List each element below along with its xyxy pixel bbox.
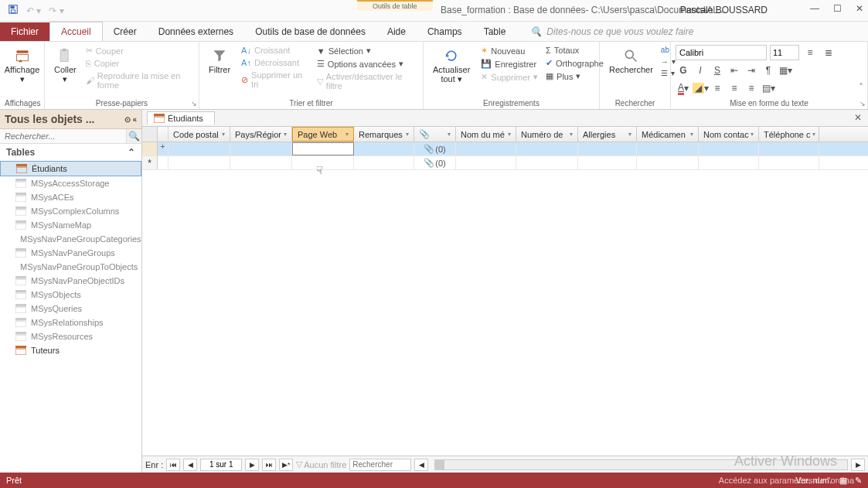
col-header-6[interactable]: Numéro de▾ [516, 127, 578, 142]
record-position[interactable] [200, 459, 242, 471]
col-header-10[interactable]: Téléphone c▾ [759, 127, 819, 142]
refresh-all-button[interactable]: Actualiser tout ▾ [428, 45, 475, 87]
cell-r1-c1[interactable] [230, 142, 292, 155]
align-left-icon[interactable]: ≡ [710, 80, 725, 96]
fill-color-button[interactable]: ◢▾ [693, 80, 708, 96]
nav-item-msysnavpaneobjectids[interactable]: MSysNavPaneObjectIDs [0, 274, 141, 288]
spelling-button[interactable]: ✔Orthographe [544, 57, 605, 69]
nav-item-étudiants[interactable]: Étudiants [0, 161, 141, 176]
col-header-3[interactable]: Remarques▾ [354, 127, 414, 142]
bold-button[interactable]: G [676, 63, 691, 78]
toggle-filter-button[interactable]: ▽Activer/désactiver le filtre [315, 71, 418, 91]
expand-row-icon[interactable]: + [158, 142, 168, 155]
tab-table[interactable]: Table [473, 22, 517, 41]
last-record-button[interactable]: ⏭ [262, 459, 276, 471]
next-record-button[interactable]: ▶ [245, 459, 259, 471]
record-search-input[interactable] [349, 459, 411, 471]
tab-external[interactable]: Données externes [148, 22, 244, 41]
first-record-button[interactable]: ⏮ [166, 459, 180, 471]
row-selector[interactable] [142, 142, 158, 155]
tab-dbtools[interactable]: Outils de base de données [244, 22, 376, 41]
tab-help[interactable]: Aide [376, 22, 417, 41]
ltr-icon[interactable]: ¶ [761, 63, 776, 78]
cell-new-c8[interactable] [637, 156, 699, 169]
nav-item-msysaces[interactable]: MSysACEs [0, 190, 141, 204]
cell-new-c2[interactable] [292, 156, 354, 169]
advanced-filter-button[interactable]: ☰Options avancées ▾ [315, 58, 418, 70]
cell-new-c6[interactable] [516, 156, 578, 169]
col-header-5[interactable]: Nom du mé▾ [456, 127, 516, 142]
cell-new-c1[interactable] [230, 156, 292, 169]
cell-r1-c8[interactable] [637, 142, 699, 155]
format-painter-button[interactable]: 🖌Reproduire la mise en forme [84, 70, 194, 90]
minimize-icon[interactable]: — [810, 3, 819, 14]
cell-r1-c7[interactable] [578, 142, 637, 155]
align-right-icon[interactable]: ≡ [744, 80, 759, 96]
remove-sort-button[interactable]: ⊘Supprimer un tri [240, 70, 311, 90]
nav-item-msysaccessstorage[interactable]: MSysAccessStorage [0, 176, 141, 190]
tell-me-search[interactable]: 🔍 Dites-nous ce que vous voulez faire [516, 26, 868, 37]
new-row-selector[interactable]: * [142, 156, 158, 169]
tab-home[interactable]: Accueil [49, 22, 103, 41]
nav-header[interactable]: Tous les objets ... ⊙ « [0, 110, 141, 129]
col-header-2[interactable]: Page Web▾ [292, 127, 354, 142]
delete-record-button[interactable]: ✕Supprimer ▾ [479, 71, 540, 83]
nav-item-msysresources[interactable]: MSysResources [0, 329, 141, 343]
col-header-7[interactable]: Allergies▾ [578, 127, 637, 142]
cell-r1-c5[interactable] [456, 142, 516, 155]
more-button[interactable]: ▦Plus ▾ [544, 70, 605, 82]
textfmt-launcher-icon[interactable]: ↘ [859, 100, 866, 107]
col-header-8[interactable]: Médicamen▾ [637, 127, 699, 142]
cut-button[interactable]: ✂Couper [84, 45, 194, 56]
gridlines-icon[interactable]: ▦▾ [778, 63, 793, 78]
cell-new-c5[interactable] [456, 156, 516, 169]
prev-record-button[interactable]: ◀ [183, 459, 197, 471]
filter-button[interactable]: Filtrer [204, 45, 235, 91]
nav-item-tuteurs[interactable]: Tuteurs [0, 343, 141, 357]
font-color-button[interactable]: A▾ [676, 80, 691, 96]
cell-new-c4[interactable]: 📎(0) [414, 156, 456, 169]
new-record-nav-button[interactable]: ▶* [279, 459, 293, 471]
nav-search-icon[interactable]: 🔍 [126, 129, 141, 143]
nav-item-msysnamemap[interactable]: MSysNameMap [0, 218, 141, 232]
horizontal-scrollbar[interactable] [434, 459, 848, 470]
nav-item-msysnavpanegroupcategories[interactable]: MSysNavPaneGroupCategories [0, 232, 141, 246]
maximize-icon[interactable]: ☐ [833, 3, 842, 14]
nav-item-msysrelationships[interactable]: MSysRelationships [0, 316, 141, 329]
indent-right-icon[interactable]: ⇥ [744, 63, 759, 78]
copy-button[interactable]: ⎘Copier [84, 58, 194, 69]
italic-button[interactable]: I [693, 63, 708, 78]
cell-r1-c3[interactable] [354, 142, 414, 155]
close-tab-icon[interactable]: ✕ [854, 112, 862, 123]
bullets-icon[interactable]: ≡ [802, 45, 818, 60]
cell-r1-c6[interactable] [516, 142, 578, 155]
nav-item-msysnavpanegroups[interactable]: MSysNavPaneGroups [0, 246, 141, 260]
alt-row-color-icon[interactable]: ▤▾ [761, 80, 776, 96]
indent-left-icon[interactable]: ⇤ [727, 63, 742, 78]
view-design-icon[interactable]: ✎ [855, 476, 862, 486]
tab-create[interactable]: Créer [103, 22, 148, 41]
cell-new-c10[interactable] [759, 156, 819, 169]
sort-asc-button[interactable]: A↓Croissant [240, 45, 311, 56]
nav-item-msysnavpanegrouptoobjects[interactable]: MSysNavPaneGroupToObjects [0, 260, 141, 274]
new-record-button[interactable]: ✶Nouveau [479, 45, 540, 56]
paste-button[interactable]: Coller▾ [49, 45, 81, 90]
col-header-9[interactable]: Nom contac▾ [699, 127, 759, 142]
find-button[interactable]: Rechercher [604, 45, 658, 78]
cell-new-c7[interactable] [578, 156, 637, 169]
cell-r1-c0[interactable] [168, 142, 230, 155]
nav-group-tables[interactable]: Tables ⌃ [0, 144, 141, 161]
save-record-button[interactable]: 💾Enregistrer [479, 58, 540, 70]
nav-item-msyscomplexcolumns[interactable]: MSysComplexColumns [0, 204, 141, 218]
align-center-icon[interactable]: ≡ [727, 80, 742, 96]
save-icon[interactable] [8, 4, 19, 17]
select-all-cell[interactable] [142, 127, 158, 142]
cell-r1-c10[interactable] [759, 142, 819, 155]
numbering-icon[interactable]: ≣ [821, 45, 836, 60]
close-icon[interactable]: ✕ [856, 3, 863, 14]
col-header-1[interactable]: Pays/Régior▾ [230, 127, 292, 142]
cell-r1-c4[interactable]: 📎(0) [414, 142, 456, 155]
cell-r1-c9[interactable] [699, 142, 759, 155]
col-header-0[interactable]: Code postal▾ [168, 127, 230, 142]
redo-icon[interactable]: ↷ ▾ [49, 5, 63, 16]
